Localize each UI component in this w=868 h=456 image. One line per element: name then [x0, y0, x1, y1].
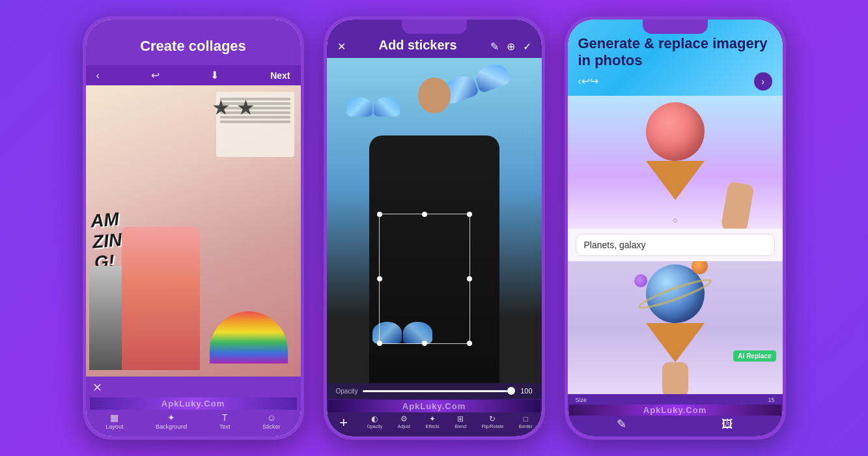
background-icon: ✦ — [167, 412, 175, 423]
phone2-tab-opacity[interactable]: ◐ Opacity — [367, 414, 382, 431]
ai-replace-badge[interactable]: AI Replace — [733, 350, 776, 362]
phone-3-input-area: Planets, galaxy — [568, 229, 783, 261]
phone-2-title: Add stickers — [346, 38, 490, 53]
handle-br[interactable] — [467, 341, 472, 346]
border-tab-label: Border — [519, 424, 533, 429]
phone-2: ✕ Add stickers ✎ ⊕ ✓ — [324, 16, 545, 440]
layout-label: Layout — [105, 423, 123, 430]
next-label[interactable]: Next — [270, 70, 290, 81]
ice-cream-original — [639, 102, 711, 193]
opacity-label: Opacity — [336, 388, 358, 395]
phone2-header-icons: ✎ ⊕ ✓ — [490, 40, 531, 53]
phone-2-bottom: ApkLuky.Com + ◐ Opacity ⚙ Adjust ✦ Effec… — [327, 399, 542, 436]
adjust-tab-icon: ⚙ — [400, 414, 408, 423]
handle-rm[interactable] — [467, 276, 472, 281]
sticker-label: Sticker — [262, 423, 281, 430]
phone2-tab-border[interactable]: □ Border — [519, 414, 533, 431]
prompt-input[interactable]: Planets, galaxy — [576, 234, 775, 256]
opacity-thumb[interactable] — [507, 387, 515, 395]
handle-bm[interactable] — [422, 341, 427, 346]
phone2-check-icon[interactable]: ✓ — [523, 40, 531, 53]
fliprotate-tab-label: Flip/Rotate — [481, 424, 503, 429]
phone2-tab-fliprotate[interactable]: ↻ Flip/Rotate — [481, 414, 503, 431]
collage-amazing-text: AMZING! — [89, 208, 124, 274]
phone-3-top-canvas: ⬦ — [568, 96, 783, 229]
phone-2-notch — [402, 20, 467, 34]
phone2-tab-effects[interactable]: ✦ Effects — [425, 414, 439, 431]
handle-tl[interactable] — [377, 212, 382, 217]
phone-2-screen: ✕ Add stickers ✎ ⊕ ✓ — [327, 20, 542, 436]
size-label: Size — [576, 397, 587, 403]
phone-1-toolbar: ‹ ↩ ⬇ Next — [86, 65, 301, 85]
phone2-tab-adjust[interactable]: ⚙ Adjust — [398, 414, 410, 431]
text-icon: T — [222, 412, 228, 423]
phone-1-title: Create collages — [96, 38, 290, 55]
phone-2-tabs: + ◐ Opacity ⚙ Adjust ✦ Effects ⊞ Blend — [328, 412, 540, 433]
phone2-brush-icon[interactable]: ✎ — [490, 40, 499, 53]
transform-arrow: ⬦ — [672, 214, 679, 225]
back-icon[interactable]: ‹ — [96, 70, 100, 81]
opacity-tab-label: Opacity — [367, 424, 382, 429]
phone-3-screen: Generate & replace imagery in photos ‹ ↩… — [568, 20, 783, 436]
phone2-close-icon[interactable]: ✕ — [337, 40, 346, 53]
opacity-track[interactable] — [363, 390, 515, 392]
phone3-undo-icon[interactable]: ↩ — [581, 75, 590, 87]
ice-cream-generated — [646, 264, 705, 394]
phone2-tab-blend[interactable]: ⊞ Blend — [455, 414, 466, 431]
phone-3-title: Generate & replace imagery in photos — [578, 35, 772, 70]
phone-1: Create collages ‹ ↩ ⬇ Next ★ ★ AMZING! — [83, 16, 304, 440]
collage-stars: ★ ★ — [212, 95, 255, 120]
handle-lm[interactable] — [377, 276, 382, 281]
phone3-redo-icon[interactable]: ↪ — [590, 75, 598, 87]
border-tab-icon: □ — [524, 414, 528, 423]
plus-button[interactable]: + — [335, 414, 352, 431]
phone-3-tabs: ✎ 🖼 — [569, 416, 781, 433]
phone-3-watermark: ApkLuky.Com — [569, 405, 781, 416]
phone-3-toolbar: ‹ ↩ ↪ › — [578, 72, 772, 91]
handle-tm[interactable] — [422, 212, 427, 217]
phone-3-bottom: Size 15 ApkLuky.Com ✎ 🖼 — [568, 394, 783, 436]
phone-1-bottom-bar: ✕ ApkLuky.Com ▦ Layout ✦ Background T Te… — [86, 377, 301, 436]
fliprotate-tab-icon: ↻ — [489, 414, 496, 423]
phone-3: Generate & replace imagery in photos ‹ ↩… — [565, 16, 786, 440]
saturn-ring — [636, 274, 714, 313]
small-planet-1 — [692, 261, 708, 274]
butterfly-1 — [346, 97, 400, 117]
opacity-value: 100 — [520, 387, 532, 395]
phone-2-watermark: ApkLuky.Com — [328, 400, 540, 412]
phone-1-tab-sticker[interactable]: ☺ Sticker — [262, 412, 281, 430]
phone-1-tabs: ▦ Layout ✦ Background T Text ☺ Sticker — [90, 411, 297, 431]
phone2-opacity-bar: Opacity 100 — [327, 383, 542, 399]
size-value: 15 — [768, 397, 774, 403]
phone-1-tab-layout[interactable]: ▦ Layout — [105, 412, 123, 430]
phone3-next-button[interactable]: › — [754, 72, 772, 91]
hand-holding-2 — [662, 362, 688, 394]
effects-tab-label: Effects — [425, 424, 439, 429]
ice-cream-cone-top — [646, 161, 705, 200]
collage-woman2 — [122, 227, 200, 370]
ice-cream-cone-bottom — [646, 323, 705, 362]
phone-2-canvas — [327, 58, 542, 383]
phone-1-tab-text[interactable]: T Text — [219, 412, 231, 430]
undo-icon[interactable]: ↩ — [151, 69, 160, 81]
phone-1-notch — [161, 20, 226, 34]
selection-box[interactable] — [379, 214, 470, 344]
phone3-brush-icon[interactable]: ✎ — [617, 417, 626, 431]
hand-holding — [720, 181, 754, 229]
phone3-image-icon[interactable]: 🖼 — [721, 418, 733, 431]
phone-1-screen: Create collages ‹ ↩ ⬇ Next ★ ★ AMZING! — [86, 20, 301, 436]
phone2-layers-icon[interactable]: ⊕ — [507, 40, 515, 53]
phone3-size-bar: Size 15 — [569, 395, 781, 405]
download-icon[interactable]: ⬇ — [210, 69, 219, 81]
handle-bl[interactable] — [377, 341, 382, 346]
phone-3-notch — [643, 20, 708, 34]
opacity-tab-icon: ◐ — [371, 414, 378, 423]
adjust-tab-label: Adjust — [398, 424, 410, 429]
butterfly-2 — [440, 61, 511, 106]
handle-tr[interactable] — [467, 212, 472, 217]
phone-3-result-canvas: AI Replace — [568, 261, 783, 394]
phone-1-watermark: ApkLuky.Com — [90, 397, 297, 410]
close-icon[interactable]: ✕ — [92, 380, 102, 395]
blend-tab-label: Blend — [455, 424, 466, 429]
phone-1-tab-background[interactable]: ✦ Background — [156, 412, 187, 430]
